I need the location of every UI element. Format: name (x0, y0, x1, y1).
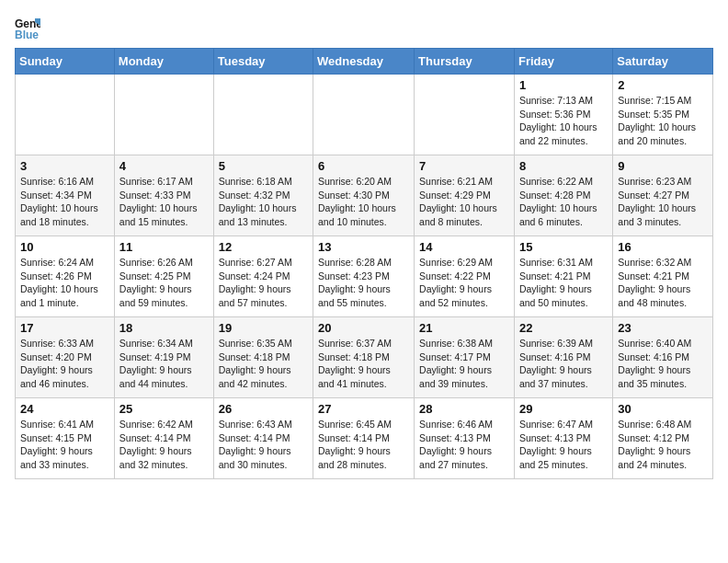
day-number: 19 (219, 321, 308, 335)
day-info: Sunrise: 6:39 AM Sunset: 4:16 PM Dayligh… (519, 337, 608, 391)
day-number: 29 (519, 402, 608, 416)
calendar-cell: 19Sunrise: 6:35 AM Sunset: 4:18 PM Dayli… (213, 317, 313, 398)
day-info: Sunrise: 6:27 AM Sunset: 4:24 PM Dayligh… (219, 256, 308, 310)
weekday-header-tuesday: Tuesday (213, 49, 313, 75)
calendar-cell: 18Sunrise: 6:34 AM Sunset: 4:19 PM Dayli… (114, 317, 213, 398)
day-number: 24 (20, 402, 109, 416)
day-info: Sunrise: 6:21 AM Sunset: 4:29 PM Dayligh… (419, 175, 509, 229)
calendar-cell: 7Sunrise: 6:21 AM Sunset: 4:29 PM Daylig… (415, 155, 515, 236)
day-info: Sunrise: 6:18 AM Sunset: 4:32 PM Dayligh… (219, 175, 308, 229)
day-info: Sunrise: 6:41 AM Sunset: 4:15 PM Dayligh… (20, 418, 109, 472)
calendar-cell: 30Sunrise: 6:48 AM Sunset: 4:12 PM Dayli… (613, 398, 713, 479)
day-info: Sunrise: 6:42 AM Sunset: 4:14 PM Dayligh… (119, 418, 209, 472)
calendar-cell: 15Sunrise: 6:31 AM Sunset: 4:21 PM Dayli… (514, 236, 612, 317)
day-info: Sunrise: 6:46 AM Sunset: 4:13 PM Dayligh… (419, 418, 509, 472)
day-info: Sunrise: 6:34 AM Sunset: 4:19 PM Dayligh… (119, 337, 209, 391)
calendar-cell: 4Sunrise: 6:17 AM Sunset: 4:33 PM Daylig… (114, 155, 213, 236)
day-number: 28 (419, 402, 509, 416)
calendar-cell: 1Sunrise: 7:13 AM Sunset: 5:36 PM Daylig… (514, 75, 612, 155)
calendar-cell: 6Sunrise: 6:20 AM Sunset: 4:30 PM Daylig… (313, 155, 415, 236)
calendar-cell (114, 75, 213, 155)
calendar-cell (213, 75, 313, 155)
calendar-header: SundayMondayTuesdayWednesdayThursdayFrid… (16, 49, 713, 75)
day-number: 27 (318, 402, 409, 416)
day-number: 6 (318, 159, 409, 173)
calendar-cell (313, 75, 415, 155)
calendar-cell (415, 75, 515, 155)
day-info: Sunrise: 6:24 AM Sunset: 4:26 PM Dayligh… (20, 256, 109, 310)
page-header: General Blue (15, 15, 713, 40)
calendar-cell: 8Sunrise: 6:22 AM Sunset: 4:28 PM Daylig… (514, 155, 612, 236)
calendar-cell: 29Sunrise: 6:47 AM Sunset: 4:13 PM Dayli… (514, 398, 612, 479)
calendar-cell: 12Sunrise: 6:27 AM Sunset: 4:24 PM Dayli… (213, 236, 313, 317)
day-number: 5 (219, 159, 308, 173)
svg-text:Blue: Blue (15, 29, 39, 40)
calendar-cell: 21Sunrise: 6:38 AM Sunset: 4:17 PM Dayli… (415, 317, 515, 398)
day-info: Sunrise: 6:23 AM Sunset: 4:27 PM Dayligh… (618, 175, 708, 229)
day-number: 18 (119, 321, 209, 335)
calendar-week-row: 24Sunrise: 6:41 AM Sunset: 4:15 PM Dayli… (16, 398, 713, 479)
day-number: 23 (618, 321, 708, 335)
day-number: 15 (519, 240, 608, 254)
calendar-cell: 3Sunrise: 6:16 AM Sunset: 4:34 PM Daylig… (16, 155, 115, 236)
weekday-header-sunday: Sunday (16, 49, 115, 75)
day-number: 1 (519, 78, 608, 92)
calendar-cell: 28Sunrise: 6:46 AM Sunset: 4:13 PM Dayli… (415, 398, 515, 479)
calendar-cell: 27Sunrise: 6:45 AM Sunset: 4:14 PM Dayli… (313, 398, 415, 479)
day-number: 8 (519, 159, 608, 173)
weekday-header-wednesday: Wednesday (313, 49, 415, 75)
calendar-cell: 23Sunrise: 6:40 AM Sunset: 4:16 PM Dayli… (613, 317, 713, 398)
calendar-cell: 14Sunrise: 6:29 AM Sunset: 4:22 PM Dayli… (415, 236, 515, 317)
day-info: Sunrise: 6:38 AM Sunset: 4:17 PM Dayligh… (419, 337, 509, 391)
calendar-cell: 22Sunrise: 6:39 AM Sunset: 4:16 PM Dayli… (514, 317, 612, 398)
calendar-cell: 25Sunrise: 6:42 AM Sunset: 4:14 PM Dayli… (114, 398, 213, 479)
calendar-cell: 24Sunrise: 6:41 AM Sunset: 4:15 PM Dayli… (16, 398, 115, 479)
calendar-cell: 2Sunrise: 7:15 AM Sunset: 5:35 PM Daylig… (613, 75, 713, 155)
day-info: Sunrise: 6:20 AM Sunset: 4:30 PM Dayligh… (318, 175, 409, 229)
day-info: Sunrise: 6:32 AM Sunset: 4:21 PM Dayligh… (618, 256, 708, 310)
day-info: Sunrise: 6:43 AM Sunset: 4:14 PM Dayligh… (219, 418, 308, 472)
calendar-body: 1Sunrise: 7:13 AM Sunset: 5:36 PM Daylig… (16, 75, 713, 479)
day-info: Sunrise: 6:33 AM Sunset: 4:20 PM Dayligh… (20, 337, 109, 391)
calendar-cell: 11Sunrise: 6:26 AM Sunset: 4:25 PM Dayli… (114, 236, 213, 317)
day-number: 14 (419, 240, 509, 254)
day-number: 7 (419, 159, 509, 173)
calendar-cell: 9Sunrise: 6:23 AM Sunset: 4:27 PM Daylig… (613, 155, 713, 236)
weekday-header-monday: Monday (114, 49, 213, 75)
day-number: 10 (20, 240, 109, 254)
weekday-header-friday: Friday (514, 49, 612, 75)
day-number: 9 (618, 159, 708, 173)
day-number: 30 (618, 402, 708, 416)
day-number: 2 (618, 78, 708, 92)
day-info: Sunrise: 6:47 AM Sunset: 4:13 PM Dayligh… (519, 418, 608, 472)
calendar-week-row: 1Sunrise: 7:13 AM Sunset: 5:36 PM Daylig… (16, 75, 713, 155)
logo-icon: General Blue (15, 15, 40, 40)
day-number: 22 (519, 321, 608, 335)
calendar-week-row: 3Sunrise: 6:16 AM Sunset: 4:34 PM Daylig… (16, 155, 713, 236)
calendar-cell: 20Sunrise: 6:37 AM Sunset: 4:18 PM Dayli… (313, 317, 415, 398)
day-number: 21 (419, 321, 509, 335)
day-info: Sunrise: 6:45 AM Sunset: 4:14 PM Dayligh… (318, 418, 409, 472)
day-number: 20 (318, 321, 409, 335)
day-info: Sunrise: 6:29 AM Sunset: 4:22 PM Dayligh… (419, 256, 509, 310)
calendar-cell: 13Sunrise: 6:28 AM Sunset: 4:23 PM Dayli… (313, 236, 415, 317)
calendar-table: SundayMondayTuesdayWednesdayThursdayFrid… (15, 48, 713, 479)
day-info: Sunrise: 6:37 AM Sunset: 4:18 PM Dayligh… (318, 337, 409, 391)
day-info: Sunrise: 6:17 AM Sunset: 4:33 PM Dayligh… (119, 175, 209, 229)
day-number: 16 (618, 240, 708, 254)
weekday-header-row: SundayMondayTuesdayWednesdayThursdayFrid… (16, 49, 713, 75)
day-info: Sunrise: 6:40 AM Sunset: 4:16 PM Dayligh… (618, 337, 708, 391)
calendar-cell (16, 75, 115, 155)
calendar-cell: 10Sunrise: 6:24 AM Sunset: 4:26 PM Dayli… (16, 236, 115, 317)
day-info: Sunrise: 6:48 AM Sunset: 4:12 PM Dayligh… (618, 418, 708, 472)
day-info: Sunrise: 6:16 AM Sunset: 4:34 PM Dayligh… (20, 175, 109, 229)
day-number: 13 (318, 240, 409, 254)
calendar-week-row: 17Sunrise: 6:33 AM Sunset: 4:20 PM Dayli… (16, 317, 713, 398)
day-number: 25 (119, 402, 209, 416)
day-number: 12 (219, 240, 308, 254)
day-number: 4 (119, 159, 209, 173)
day-number: 11 (119, 240, 209, 254)
day-info: Sunrise: 7:13 AM Sunset: 5:36 PM Dayligh… (519, 94, 608, 148)
day-info: Sunrise: 6:28 AM Sunset: 4:23 PM Dayligh… (318, 256, 409, 310)
calendar-week-row: 10Sunrise: 6:24 AM Sunset: 4:26 PM Dayli… (16, 236, 713, 317)
